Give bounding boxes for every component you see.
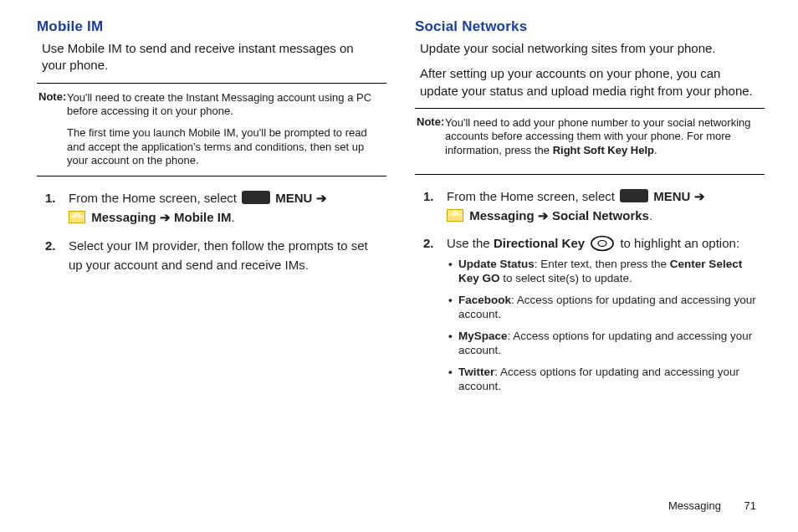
step-2: 2. Select your IM provider, then follow … — [45, 236, 383, 275]
steps-social: 1. From the Home screen, select MENU ➔ M… — [415, 187, 765, 401]
step-body: Use the Directional Key to highlight an … — [447, 233, 761, 401]
manual-page: Mobile IM Use Mobile IM to send and rece… — [0, 0, 798, 532]
step-text-pre: Use the — [447, 236, 494, 250]
heading-social-networks: Social Networks — [415, 18, 765, 35]
step-2: 2. Use the Directional Key to highlight … — [423, 233, 761, 401]
arrow-icon: ➔ — [160, 210, 174, 224]
svg-point-1 — [598, 241, 606, 247]
right-soft-key-help: Right Soft Key Help — [553, 144, 654, 156]
intro-mobile-im: Use Mobile IM to send and receive instan… — [42, 40, 381, 74]
bullet-update-status: Update Status: Enter text, then press th… — [448, 257, 761, 286]
messaging-icon — [447, 209, 463, 222]
directional-key-icon — [590, 235, 615, 252]
menu-label: MENU — [275, 191, 312, 205]
arrow-icon: ➔ — [538, 208, 552, 223]
note-label: Note: — [417, 115, 444, 128]
period: . — [649, 208, 652, 223]
arrow-icon: ➔ — [694, 189, 705, 203]
right-column: Social Networks Update your social netwo… — [415, 18, 765, 499]
bullet-text-end: to select site(s) to update. — [500, 272, 632, 284]
bullet-text: : Access options for updating and access… — [458, 366, 739, 393]
note-text: You'll need to add your phone number to … — [445, 116, 763, 157]
note-mobile-im: Note: You'll need to create the Instant … — [37, 83, 386, 177]
step-body: From the Home screen, select MENU ➔ Mess… — [447, 187, 761, 226]
footer-page-number: 71 — [744, 499, 756, 512]
bullet-text: : Enter text, then press the — [535, 258, 670, 270]
menu-icon — [620, 189, 648, 202]
bullet-label: Twitter — [458, 366, 494, 378]
two-column-layout: Mobile IM Use Mobile IM to send and rece… — [37, 18, 765, 499]
step-1: 1. From the Home screen, select MENU ➔ M… — [423, 187, 761, 226]
note-text-end: . — [654, 144, 657, 156]
heading-mobile-im: Mobile IM — [37, 18, 386, 35]
step-number: 1. — [45, 188, 69, 228]
page-footer: Messaging 71 — [37, 499, 765, 512]
bullet-facebook: Facebook: Access options for updating an… — [448, 293, 761, 322]
footer-section: Messaging — [668, 499, 721, 512]
step-1: 1. From the Home screen, select MENU ➔ M… — [45, 188, 383, 228]
messaging-icon — [69, 211, 85, 223]
note-text-1: You'll need to create the Instant Messag… — [67, 91, 385, 119]
step-text: Select your IM provider, then follow the… — [69, 236, 383, 275]
step-number: 2. — [423, 233, 447, 401]
messaging-label: Messaging — [469, 208, 535, 223]
menu-label: MENU — [653, 189, 690, 203]
step-text-post: to highlight an option: — [620, 236, 739, 250]
bullet-label: MySpace — [458, 330, 508, 342]
left-column: Mobile IM Use Mobile IM to send and rece… — [37, 18, 386, 499]
directional-key-label: Directional Key — [494, 236, 585, 250]
target-label: Social Networks — [552, 208, 649, 223]
menu-icon — [242, 191, 270, 204]
step-body: From the Home screen, select MENU ➔ Mess… — [69, 188, 383, 228]
messaging-label: Messaging — [91, 210, 156, 224]
option-bullets: Update Status: Enter text, then press th… — [447, 257, 761, 394]
bullet-label: Update Status — [458, 258, 535, 270]
note-text-2: The first time you launch Mobile IM, you… — [67, 126, 385, 167]
bullet-label: Facebook — [458, 294, 511, 306]
step-text: From the Home screen, select — [447, 189, 618, 203]
step-number: 2. — [45, 236, 69, 275]
intro-social-2: After setting up your accounts on your p… — [420, 65, 760, 100]
note-label: Note: — [38, 90, 66, 103]
bullet-myspace: MySpace: Access options for updating and… — [448, 329, 761, 358]
intro-social-1: Update your social networking sites from… — [420, 40, 760, 57]
target-label: Mobile IM — [174, 210, 231, 224]
steps-mobile-im: 1. From the Home screen, select MENU ➔ M… — [37, 188, 386, 274]
note-social: Note: You'll need to add your phone numb… — [415, 108, 765, 175]
step-number: 1. — [423, 187, 447, 226]
bullet-twitter: Twitter: Access options for updating and… — [448, 365, 761, 394]
period: . — [231, 210, 234, 224]
arrow-icon: ➔ — [316, 191, 327, 205]
step-text: From the Home screen, select — [69, 191, 240, 205]
svg-point-0 — [591, 237, 613, 251]
